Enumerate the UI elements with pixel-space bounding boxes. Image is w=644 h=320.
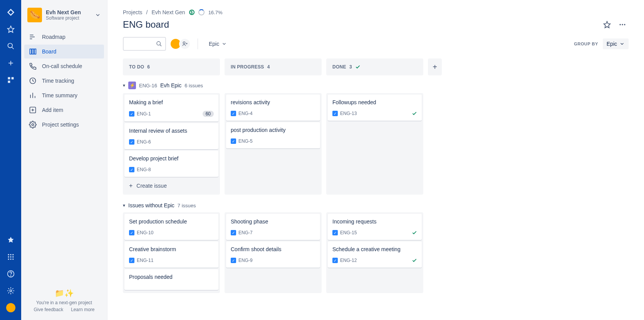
user-avatar[interactable] <box>6 303 15 312</box>
sidebar-item-board[interactable]: Board <box>24 45 104 58</box>
sidebar-item-roadmap[interactable]: Roadmap <box>24 30 104 44</box>
sidebar-item-oncall[interactable]: On-call schedule <box>24 59 104 73</box>
swimlane-body: Set production schedule ✓ ENG-10 Creativ… <box>123 212 629 293</box>
svg-rect-7 <box>8 81 10 83</box>
task-type-icon: ✓ <box>332 258 338 263</box>
task-type-icon: ✓ <box>231 230 236 235</box>
svg-point-1 <box>8 43 12 48</box>
epic-filter-button[interactable]: Epic <box>205 38 231 49</box>
svg-point-15 <box>10 258 11 260</box>
app-icon[interactable] <box>6 75 15 85</box>
breadcrumb-project[interactable]: Evh Next Gen <box>151 9 185 15</box>
sidebar-item-additem[interactable]: Add item <box>24 103 104 117</box>
issue-card[interactable]: Creative brainstorm ✓ ENG-11 <box>124 242 218 268</box>
issue-card[interactable]: Develop project brief ✓ ENG-8 <box>124 151 218 177</box>
column-header-inprogress[interactable]: IN PROGRESS 4 <box>225 58 322 75</box>
swimlane-name: Issues without Epic <box>128 202 174 208</box>
task-type-icon: ✓ <box>332 230 338 235</box>
footer-message: You're in a next-gen project <box>27 300 101 305</box>
chevron-down-icon: ▾ <box>123 203 125 208</box>
column-todo[interactable]: Set production schedule ✓ ENG-10 Creativ… <box>123 212 220 293</box>
epic-name: Evh Epic <box>160 82 181 88</box>
issue-card[interactable]: revisions activity ✓ ENG-4 <box>226 95 320 121</box>
help-icon[interactable] <box>6 269 15 278</box>
issue-card[interactable]: Followups needed ✓ ENG-13 <box>328 95 422 121</box>
task-type-icon: ✓ <box>231 258 236 263</box>
give-feedback-link[interactable]: Give feedback <box>34 307 63 312</box>
breadcrumb-projects[interactable]: Projects <box>123 9 143 15</box>
create-issue-label: Create issue <box>136 183 167 189</box>
project-header[interactable]: 🌭 Evh Next Gen Software project <box>24 8 104 30</box>
add-column-button[interactable]: + <box>428 58 442 75</box>
issue-card[interactable]: Set production schedule ✓ ENG-10 <box>124 214 218 240</box>
star-icon[interactable] <box>6 25 15 34</box>
svg-rect-25 <box>34 49 36 54</box>
issue-card[interactable]: Making a brief ✓ ENG-1 60 <box>124 95 218 122</box>
done-check-icon <box>412 258 417 263</box>
issue-card[interactable]: Confirm shoot details ✓ ENG-9 <box>226 242 320 268</box>
svg-point-33 <box>32 124 34 126</box>
svg-rect-24 <box>32 49 34 54</box>
swimlane-header-noepic[interactable]: ▾ Issues without Epic 7 issues <box>123 202 629 208</box>
card-title: Set production schedule <box>129 218 214 225</box>
toolbar: Epic GROUP BY Epic <box>123 37 629 51</box>
issue-card[interactable]: Schedule a creative meeting ✓ ENG-12 <box>328 242 422 268</box>
progress-percent: 16.7% <box>208 10 223 15</box>
column-header-done[interactable]: DONE 3 <box>326 58 423 75</box>
toolbar-divider <box>198 38 198 49</box>
svg-line-39 <box>160 45 161 46</box>
jira-logo-icon[interactable] <box>6 8 15 17</box>
chevron-down-icon[interactable] <box>95 12 101 18</box>
column-inprogress[interactable]: Shooting phase ✓ ENG-7 Confirm shoot det… <box>225 212 322 293</box>
issue-card[interactable]: Proposals needed <box>124 269 218 290</box>
avatar-stack <box>172 38 191 50</box>
board-icon <box>29 48 37 55</box>
more-button[interactable] <box>616 18 629 31</box>
swimlane-header-epic[interactable]: ▾ ⚡ ENG-16 Evh Epic 6 issues <box>123 82 629 89</box>
card-key: ENG-12 <box>340 258 357 263</box>
column-todo[interactable]: Making a brief ✓ ENG-1 60 Internal revie… <box>123 93 220 195</box>
column-header-todo[interactable]: TO DO 6 <box>123 58 220 75</box>
board-title: ENG board <box>123 19 169 30</box>
task-type-icon: ✓ <box>129 111 134 117</box>
issue-card[interactable]: Shooting phase ✓ ENG-7 <box>226 214 320 240</box>
search-input[interactable] <box>127 41 154 47</box>
global-nav-rail <box>0 0 21 320</box>
column-done[interactable]: Incoming requests ✓ ENG-15 Schedule a cr… <box>326 212 423 293</box>
svg-point-19 <box>10 290 12 292</box>
task-type-icon: ✓ <box>231 111 236 116</box>
status-dollar-icon[interactable]: $ <box>189 10 195 15</box>
column-name: TO DO <box>129 64 144 70</box>
sidebar-item-settings[interactable]: Project settings <box>24 118 104 132</box>
clock-icon <box>29 77 37 85</box>
column-done[interactable]: Followups needed ✓ ENG-13 <box>326 93 423 195</box>
sidebar-item-timesummary[interactable]: Time summary <box>24 88 104 102</box>
add-member-button[interactable] <box>179 38 191 50</box>
search-icon[interactable] <box>6 42 15 51</box>
group-by-select[interactable]: Epic <box>603 38 629 49</box>
create-issue-button[interactable]: + Create issue <box>124 178 218 193</box>
apps-switcher-icon[interactable] <box>6 252 15 262</box>
column-inprogress[interactable]: revisions activity ✓ ENG-4 post producti… <box>225 93 322 195</box>
issue-card[interactable]: Internal review of assets ✓ ENG-6 <box>124 123 218 149</box>
swimlane-issue-count: 7 issues <box>178 203 196 208</box>
learn-more-link[interactable]: Learn more <box>71 307 94 312</box>
sidebar-item-label: On-call schedule <box>42 63 82 69</box>
card-key: ENG-8 <box>137 167 151 172</box>
notification-icon[interactable] <box>6 235 15 245</box>
create-icon[interactable] <box>6 58 15 68</box>
task-type-icon: ✓ <box>129 167 134 172</box>
card-title: post production activity <box>231 127 315 133</box>
sidebar-item-timetracking[interactable]: Time tracking <box>24 74 104 88</box>
issue-card[interactable]: post production activity ✓ ENG-5 <box>226 122 320 148</box>
issue-card[interactable]: Incoming requests ✓ ENG-15 <box>328 214 422 240</box>
search-box[interactable] <box>123 37 166 51</box>
star-button[interactable] <box>601 18 613 31</box>
card-title: Shooting phase <box>231 218 315 225</box>
svg-point-37 <box>624 24 625 25</box>
card-key: ENG-1 <box>137 111 151 117</box>
task-type-icon: ✓ <box>129 139 134 145</box>
estimate-badge: 60 <box>203 111 214 117</box>
settings-icon[interactable] <box>6 286 15 295</box>
sidebar-item-label: Project settings <box>42 122 79 128</box>
